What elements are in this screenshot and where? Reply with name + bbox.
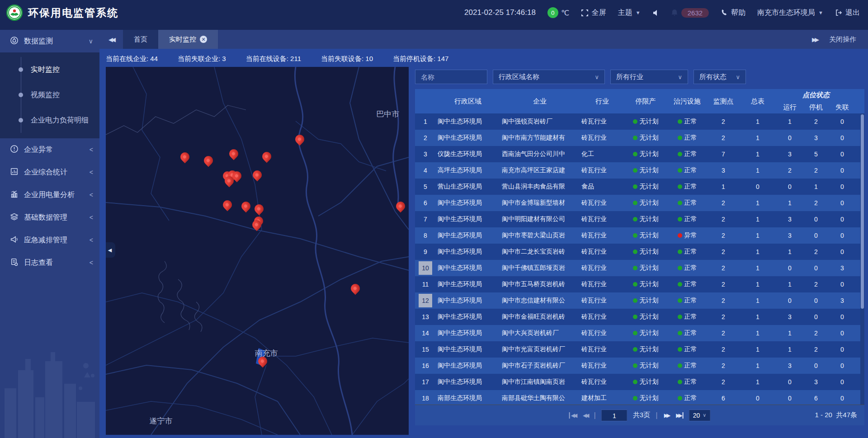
cell-enterprise: 南充市高坪区王家店建 xyxy=(500,166,580,174)
cell-stop: 无计划 xyxy=(625,297,666,305)
fullscreen-button[interactable]: 全屏 xyxy=(581,8,606,18)
table-row-3[interactable]: 3仪陇生态环境局西南油气田分公司川中化工无计划正常71350 xyxy=(415,146,864,162)
tab-0[interactable]: 首页 xyxy=(123,30,158,49)
theme-dropdown[interactable]: 主题▼ xyxy=(618,8,641,18)
cell-run: 1 xyxy=(777,330,803,337)
scrollbar-thumb[interactable] xyxy=(861,114,864,309)
cell-no: 5 xyxy=(415,180,436,193)
tabs-scroll-right-button[interactable]: ▶▶ xyxy=(812,36,817,43)
table-row-4[interactable]: 4高坪生态环境局南充市高坪区王家店建砖瓦行业无计划正常31220 xyxy=(415,162,864,179)
cell-points: 2 xyxy=(708,232,739,239)
cell-region: 阆中生态环境局 xyxy=(436,362,500,370)
cell-lost: 0 xyxy=(829,134,855,141)
table-row-8[interactable]: 8阆中生态环境局阆中市枣碧大梁山页岩砖瓦行业无计划异常21300 xyxy=(415,227,864,244)
cell-master: 1 xyxy=(739,134,777,141)
first-page-button[interactable]: ◀◀ xyxy=(569,412,576,419)
sidebar-subitem-1[interactable]: 视频监控 xyxy=(0,82,99,108)
table-row-9[interactable]: 9阆中生态环境局阆中市二龙长宝页岩砖砖瓦行业无计划正常21120 xyxy=(415,244,864,260)
cell-region: 阆中生态环境局 xyxy=(436,199,500,207)
col-header-run: 运行 xyxy=(777,101,803,113)
sidebar-item-0[interactable]: 数据监测∨ xyxy=(0,30,99,52)
sidebar-item-1[interactable]: 企业异常< xyxy=(0,138,99,161)
col-header-no xyxy=(415,89,436,113)
table-row-16[interactable]: 16阆中生态环境局阆中市石子页岩机砖厂砖瓦行业无计划正常21300 xyxy=(415,358,864,374)
cell-down: 2 xyxy=(803,118,829,125)
col-header-stop: 停限产 xyxy=(625,89,666,113)
sidebar-collapse-toggle[interactable]: ◀ xyxy=(106,242,115,258)
table-row-11[interactable]: 11阆中生态环境局阆中市五马桥页岩机砖砖瓦行业无计划正常21120 xyxy=(415,276,864,292)
prev-page-button[interactable]: ◀◀ xyxy=(582,412,588,419)
city-skyline-decoration xyxy=(0,334,99,438)
page-size-select[interactable]: 20∨ xyxy=(689,410,711,421)
status-filter-select[interactable]: 所有状态∨ xyxy=(693,70,746,84)
logout-button[interactable]: 退出 xyxy=(835,8,860,18)
table-row-13[interactable]: 13阆中生态环境局阆中市金福旺页岩机砖砖瓦行业无计划正常21300 xyxy=(415,309,864,325)
speaker-icon xyxy=(652,9,659,16)
cell-down: 3 xyxy=(803,134,829,141)
cell-no: 2 xyxy=(415,131,436,145)
table-row-2[interactable]: 2阆中生态环境局阆中市南方节能建材有砖瓦行业无计划正常21030 xyxy=(415,130,864,146)
cell-enterprise: 阆中市五马桥页岩机砖 xyxy=(500,280,580,288)
name-filter-field[interactable] xyxy=(415,70,487,84)
sidebar-item-5[interactable]: 应急减排管理< xyxy=(0,229,99,251)
sidebar-subitem-0[interactable]: 实时监控 xyxy=(0,57,99,82)
tab-1[interactable]: 实时监控✕ xyxy=(158,30,218,49)
cell-down: 5 xyxy=(803,151,829,158)
close-operations-button[interactable]: 关闭操作 xyxy=(829,35,856,44)
cell-master: 0 xyxy=(739,183,777,190)
status-dot-green xyxy=(678,184,682,189)
name-filter-input[interactable] xyxy=(421,73,481,81)
status-dot-green xyxy=(633,184,637,189)
table-row-10[interactable]: 10阆中生态环境局阆中千佛镇五郎垭页岩砖瓦行业无计划正常21003 xyxy=(415,260,864,276)
cell-points: 2 xyxy=(708,297,739,304)
table-row-7[interactable]: 7阆中生态环境局阆中明阳建材有限公司砖瓦行业无计划正常21300 xyxy=(415,211,864,227)
alert-icon xyxy=(10,145,19,155)
total-pages-label: 共3页 xyxy=(633,411,650,419)
table-row-5[interactable]: 5营山生态环境局营山县润丰肉食品有限食品无计划正常10010 xyxy=(415,179,864,195)
last-page-button[interactable]: ▶▶ xyxy=(675,412,683,419)
cell-down: 0 xyxy=(803,264,829,272)
sound-toggle[interactable] xyxy=(652,9,659,16)
next-page-button[interactable]: ▶▶ xyxy=(663,412,670,419)
filter-bar: 行政区域名称∨ 所有行业∨ 所有状态∨ xyxy=(415,70,746,84)
tab-close-icon[interactable]: ✕ xyxy=(200,36,207,43)
cell-industry: 砖瓦行业 xyxy=(580,248,625,256)
sidebar-item-label: 数据监测 xyxy=(24,37,53,46)
table-row-17[interactable]: 17阆中生态环境局阆中市江南镇阆南页岩砖瓦行业无计划正常21030 xyxy=(415,374,864,390)
sidebar-subitem-2[interactable]: 企业电力负荷明细 xyxy=(0,108,99,133)
cell-region: 阆中生态环境局 xyxy=(436,297,500,305)
map-panel[interactable]: 巴中市南充市遂宁市 ◀ xyxy=(106,67,409,435)
cell-master: 1 xyxy=(739,199,777,207)
table-row-15[interactable]: 15阆中生态环境局阆中市光富页岩机砖厂砖瓦行业无计划正常21120 xyxy=(415,341,864,358)
status-dot-green xyxy=(633,380,637,384)
sidebar-item-3[interactable]: 企业用电量分析< xyxy=(0,184,99,206)
cell-master: 1 xyxy=(739,313,777,320)
region-filter-select[interactable]: 行政区域名称∨ xyxy=(493,70,605,84)
cell-facility: 正常 xyxy=(666,264,708,272)
table-scrollbar[interactable] xyxy=(860,113,864,405)
cell-enterprise: 西南油气田分公司川中 xyxy=(500,150,580,158)
status-dot-green xyxy=(633,136,637,140)
cell-run: 3 xyxy=(777,151,803,158)
cell-down: 2 xyxy=(803,248,829,255)
table-row-6[interactable]: 6阆中生态环境局阆中市金博瑞新型墙材砖瓦行业无计划正常21120 xyxy=(415,195,864,211)
cell-enterprise: 阆中明阳建材有限公司 xyxy=(500,215,580,223)
table-row-1[interactable]: 1阆中生态环境局阆中强锐页岩砖厂砖瓦行业无计划正常21120 xyxy=(415,113,864,130)
status-dot-green xyxy=(678,282,682,287)
cell-down: 1 xyxy=(803,183,829,190)
sidebar-item-2[interactable]: 企业综合统计< xyxy=(0,161,99,184)
cell-facility: 正常 xyxy=(666,118,708,126)
sidebar-item-6[interactable]: 日志查看< xyxy=(0,251,99,274)
page-number-input[interactable]: 1 xyxy=(601,410,627,421)
cell-region: 阆中生态环境局 xyxy=(436,231,500,240)
sidebar-item-4[interactable]: 基础数据管理< xyxy=(0,206,99,229)
table-row-18[interactable]: 18南部生态环境局南部县砒华土陶有限公建材加工无计划正常60060 xyxy=(415,390,864,405)
help-button[interactable]: 帮助 xyxy=(721,8,745,18)
table-row-12[interactable]: 12阆中生态环境局阆中市忠信建材有限公砖瓦行业无计划正常21003 xyxy=(415,292,864,309)
industry-filter-select[interactable]: 所有行业∨ xyxy=(610,70,688,84)
org-dropdown[interactable]: 南充市生态环境局▼ xyxy=(757,8,823,18)
cell-stop: 无计划 xyxy=(625,134,666,142)
notifications[interactable]: 2632 xyxy=(671,8,709,18)
table-row-14[interactable]: 14阆中生态环境局阆中大兴页岩机砖厂砖瓦行业无计划正常21120 xyxy=(415,325,864,341)
tabs-scroll-left-button[interactable]: ◀◀ xyxy=(99,30,123,49)
